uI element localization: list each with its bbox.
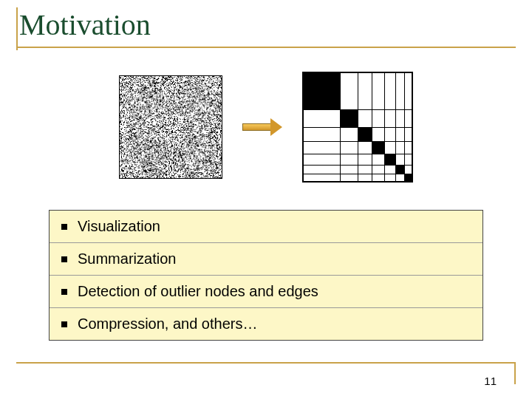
list-item: Summarization	[50, 242, 482, 275]
list-item-label: Visualization	[78, 218, 160, 235]
bullet-list: Visualization Summarization Detection of…	[49, 210, 483, 341]
block-diagonal-matrix	[302, 72, 413, 183]
list-item: Compression, and others…	[50, 307, 482, 340]
noise-matrix-image	[119, 75, 222, 179]
bottom-rule	[16, 362, 516, 364]
page-number: 11	[484, 375, 497, 387]
matrix-block	[304, 73, 340, 109]
matrix-gridline	[404, 73, 405, 181]
bullet-square-icon	[61, 256, 67, 262]
bullet-square-icon	[61, 321, 67, 327]
list-item-label: Summarization	[78, 250, 176, 267]
list-item: Detection of outlier nodes and edges	[50, 275, 482, 307]
matrix-block	[395, 165, 405, 174]
slide-title: Motivation	[16, 7, 516, 42]
matrix-block	[340, 109, 358, 127]
noise-matrix-canvas	[120, 76, 222, 178]
matrix-block	[358, 127, 372, 141]
slide: Motivation Visualization Summarization D…	[0, 0, 532, 399]
bottom-rule-accent-vertical	[514, 362, 516, 384]
title-block: Motivation	[16, 7, 516, 48]
bullet-square-icon	[61, 289, 67, 295]
arrow-icon	[240, 117, 284, 137]
list-item-label: Detection of outlier nodes and edges	[78, 283, 318, 300]
matrix-block	[404, 174, 412, 181]
matrix-block	[372, 141, 384, 154]
title-underline	[16, 47, 516, 48]
arrow-body	[242, 123, 270, 131]
bullet-square-icon	[61, 224, 67, 230]
arrow-head	[270, 118, 282, 136]
list-item-label: Compression, and others…	[78, 316, 257, 332]
matrix-block	[384, 154, 395, 165]
list-item: Visualization	[50, 211, 482, 242]
matrix-gridline	[304, 174, 412, 174]
figure-area	[103, 68, 429, 186]
